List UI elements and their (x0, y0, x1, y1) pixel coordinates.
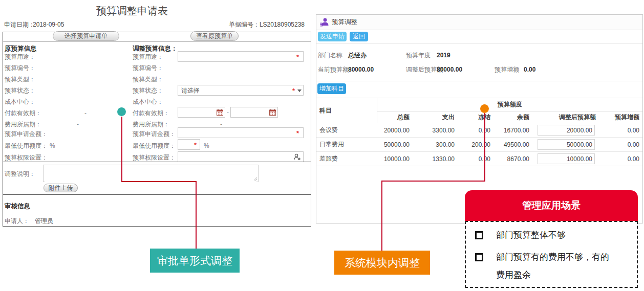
adjusted-budget-input[interactable] (538, 139, 595, 150)
approval-form-callout: 审批单形式调整 (150, 249, 240, 273)
amount-input[interactable] (179, 128, 292, 138)
connector-line (381, 181, 382, 251)
row-balance: 49500.00 (495, 138, 533, 152)
orig-amount-label: 预算申请金额： (5, 129, 48, 140)
remark-textarea-box (43, 165, 259, 182)
adj-code-label: 预算编号： (133, 63, 163, 74)
col-header-total: 总额 (377, 111, 414, 123)
row-frozen: 0.00 (459, 152, 495, 166)
min-usage-input[interactable] (179, 140, 191, 149)
form-title: 预算调整申请表 (0, 4, 264, 18)
applicant-label: 申请人： (5, 216, 29, 227)
calendar-icon[interactable] (217, 109, 223, 116)
orig-expense-period-label: 费用所属期： (5, 119, 41, 130)
status-select-value: 请选择 (181, 85, 200, 96)
budget-increase-label: 预算增额 (495, 64, 519, 75)
permission-input[interactable] (179, 152, 292, 162)
pay-period-end-input[interactable] (232, 107, 265, 117)
row-balance: 8670.00 (495, 152, 533, 166)
resize-handle-icon[interactable] (253, 177, 257, 181)
row-increase: 0.00 (600, 152, 642, 166)
person-add-icon[interactable] (293, 153, 301, 161)
remark-textarea[interactable] (45, 166, 256, 183)
orange-marker-dot (480, 104, 489, 113)
row-total: 10000.00 (377, 152, 414, 166)
chevron-down-icon (297, 89, 302, 92)
row-balance: 16700.00 (495, 123, 533, 138)
pay-period-dash: - (227, 107, 229, 118)
adj-expense-period-label: 费用所属期： (133, 119, 169, 130)
row-spent: 1330.00 (414, 152, 459, 166)
connector-line (121, 117, 122, 182)
current-budget-value: 80000.00 (348, 64, 374, 75)
send-request-button[interactable]: 发送申请 (318, 32, 347, 41)
row-increase: 0.00 (600, 123, 642, 138)
required-mark: * (292, 87, 295, 95)
page: 预算调整申请表 申请日期： 2018-09-05 单据编号：LS20180905… (0, 0, 644, 291)
dept-name-value: 总经办 (348, 50, 367, 61)
system-module-callout: 系统模块内调整 (334, 251, 430, 275)
adj-type-label: 预算类型： (133, 74, 163, 85)
panel-title-bar (316, 15, 642, 30)
doc-no-value: LS20180905238 (260, 21, 305, 28)
row-total: 50000.00 (377, 138, 414, 152)
adjusted-budget-input[interactable] (538, 125, 595, 136)
amount-field: * (178, 127, 304, 138)
connector-line (121, 181, 197, 182)
budget-year-label: 预算年度 (406, 50, 431, 61)
adjusted-budget-value: 80000.00 (437, 64, 462, 75)
apply-date-label: 申请日期： (4, 19, 35, 30)
purpose-field: * (178, 51, 304, 62)
adj-min-usage-label: 最低使用额度： (133, 141, 176, 151)
adj-cost-center-label: 成本中心： (133, 97, 163, 107)
select-budget-request-button[interactable]: 选择预算申请单 (53, 31, 119, 41)
teal-marker-dot (117, 107, 126, 116)
list-item: 部门预算有的费用不够，有的费用盈余 (475, 248, 637, 284)
row-frozen: 200.00 (459, 138, 495, 152)
col-header-increase: 预算增额 (600, 111, 642, 123)
col-header-adjusted: 调整后预算额 (533, 111, 600, 123)
row-subject: 会议费 (316, 123, 377, 138)
adj-amount-label: 预算申请金额： (133, 129, 176, 140)
list-item: 部门预算整体不够 (475, 226, 637, 244)
orig-status-label: 预算状态： (5, 85, 35, 96)
row-total: 20000.00 (377, 123, 414, 138)
group-header-budget-quota: 预算额度 (377, 98, 642, 111)
status-select[interactable]: 请选择 * (178, 85, 304, 96)
adj-status-label: 预算状态： (133, 85, 163, 96)
dept-name-label: 部门名称 (318, 50, 342, 61)
col-header-frozen: 冻结 (459, 111, 495, 123)
row-spent: 3300.00 (414, 123, 459, 138)
adjusted-budget-input[interactable] (538, 153, 595, 164)
section-divider (3, 162, 311, 162)
scenario-header: 管理应用场景 (465, 190, 638, 221)
current-budget-label: 当前预算额 (318, 64, 349, 75)
pay-period-start-input[interactable] (179, 107, 212, 117)
orig-pay-period-label: 付款有效期： (5, 108, 41, 119)
orig-code-label: 预算编号： (5, 63, 35, 74)
budget-year-value: 2019 (437, 50, 450, 61)
adj-pay-period-label: 付款有效期： (133, 108, 169, 119)
panel-divider (316, 81, 642, 81)
row-frozen: 0.00 (459, 123, 495, 138)
row-subject: 日常费用 (316, 138, 377, 152)
row-subject: 差旅费 (316, 152, 377, 166)
panel-title: 预算调整 (332, 15, 357, 30)
connector-line (381, 181, 485, 182)
table-row: 日常费用 50000.00 300.00 200.00 49500.00 0.0… (316, 138, 642, 152)
required-mark: * (296, 129, 299, 137)
purpose-input[interactable] (179, 52, 292, 61)
add-subject-button[interactable]: 增加科目 (317, 83, 346, 94)
required-mark: * (296, 53, 299, 61)
adj-min-usage-suffix: % (204, 141, 209, 151)
scenario-item-text: 部门预算有的费用不够，有的费用盈余 (496, 248, 615, 284)
section-divider (3, 194, 311, 195)
attachment-upload-button[interactable]: 附件上传 (44, 184, 78, 192)
view-original-budget-button[interactable]: 查看原预算单 (190, 31, 239, 41)
calendar-icon[interactable] (269, 109, 276, 116)
min-usage-field: * (178, 139, 200, 150)
orig-min-usage-label: 最低使用额度： (5, 141, 48, 151)
back-button[interactable]: 返回 (350, 32, 368, 41)
orig-expense-period-value: - (77, 119, 79, 130)
applicant-value: 管理员 (35, 216, 53, 227)
